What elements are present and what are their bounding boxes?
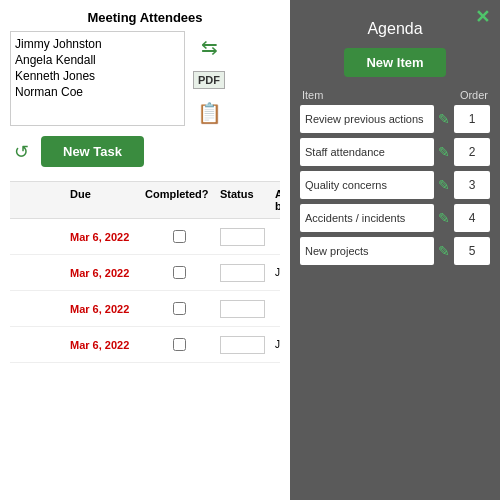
agenda-order-box[interactable]: 3	[454, 171, 490, 199]
cell-1	[12, 272, 67, 274]
edit-icon[interactable]: ✎	[437, 111, 451, 127]
cell-completed	[142, 265, 217, 280]
cell-completed	[142, 337, 217, 352]
cell-status	[217, 263, 272, 283]
agenda-table-header: Item Order	[300, 89, 490, 101]
right-panel: ✕ Agenda New Item Item Order Review prev…	[290, 0, 500, 500]
cell-completed	[142, 229, 217, 244]
agenda-item-text[interactable]: Quality concerns	[300, 171, 434, 199]
col-header-approved: Approved by	[272, 186, 280, 214]
table-row: Mar 6, 2022	[10, 291, 280, 327]
cell-due: Mar 6, 2022	[67, 302, 142, 316]
table-row: Mar 6, 2022 Jimmy Johnston	[10, 327, 280, 363]
attendee-item: Norman Coe	[15, 84, 180, 100]
cell-status	[217, 227, 272, 247]
agenda-order-box[interactable]: 2	[454, 138, 490, 166]
cell-due: Mar 6, 2022	[67, 230, 142, 244]
cell-1	[12, 236, 67, 238]
table-row: Mar 6, 2022	[10, 219, 280, 255]
agenda-order-box[interactable]: 4	[454, 204, 490, 232]
col-header-due: Due	[67, 186, 142, 214]
close-button[interactable]: ✕	[475, 6, 490, 28]
task-row: ↺ New Task	[10, 136, 280, 167]
pdf-icon[interactable]: PDF	[193, 71, 225, 89]
agenda-item-text[interactable]: Review previous actions	[300, 105, 434, 133]
col-header-1	[12, 186, 67, 214]
edit-icon[interactable]: ✎	[437, 210, 451, 226]
completed-checkbox[interactable]	[173, 266, 186, 279]
agenda-order-box[interactable]: 5	[454, 237, 490, 265]
table-header: Due Completed? Status Approved by	[10, 182, 280, 219]
agenda-order-box[interactable]: 1	[454, 105, 490, 133]
document-icon[interactable]: 📋	[197, 101, 222, 125]
col-order-header: Order	[460, 89, 488, 101]
agenda-item-text[interactable]: Accidents / incidents	[300, 204, 434, 232]
agenda-item-text[interactable]: Staff attendance	[300, 138, 434, 166]
edit-icon[interactable]: ✎	[437, 177, 451, 193]
cell-status	[217, 335, 272, 355]
edit-icon[interactable]: ✎	[437, 243, 451, 259]
cell-approved	[272, 236, 280, 238]
arrows-icon[interactable]: ⇆	[201, 35, 218, 59]
attendee-item: Jimmy Johnston	[15, 36, 180, 52]
cell-status	[217, 299, 272, 319]
attendees-icons: ⇆ PDF 📋	[193, 31, 225, 125]
attendees-list[interactable]: Jimmy Johnston Angela Kendall Kenneth Jo…	[10, 31, 185, 126]
completed-checkbox[interactable]	[173, 338, 186, 351]
cell-1	[12, 344, 67, 346]
col-header-status: Status	[217, 186, 272, 214]
agenda-item-row: Accidents / incidents ✎ 4	[300, 204, 490, 232]
meeting-attendees-title: Meeting Attendees	[10, 10, 280, 25]
attendees-row: Jimmy Johnston Angela Kendall Kenneth Jo…	[10, 31, 280, 126]
agenda-title: Agenda	[300, 20, 490, 38]
cell-due: Mar 6, 2022	[67, 266, 142, 280]
left-panel: Meeting Attendees Jimmy Johnston Angela …	[0, 0, 290, 500]
refresh-icon[interactable]: ↺	[14, 141, 29, 163]
new-item-button[interactable]: New Item	[344, 48, 445, 77]
completed-checkbox[interactable]	[173, 302, 186, 315]
new-task-button[interactable]: New Task	[41, 136, 144, 167]
task-table: Due Completed? Status Approved by Mar 6,…	[10, 181, 280, 363]
col-item-header: Item	[302, 89, 410, 101]
agenda-item-row: Quality concerns ✎ 3	[300, 171, 490, 199]
col-header-completed: Completed?	[142, 186, 217, 214]
agenda-item-row: Staff attendance ✎ 2	[300, 138, 490, 166]
cell-approved: Jimmy Johnston	[272, 338, 280, 351]
attendee-item: Kenneth Jones	[15, 68, 180, 84]
agenda-item-row: New projects ✎ 5	[300, 237, 490, 265]
attendee-item: Angela Kendall	[15, 52, 180, 68]
cell-completed	[142, 301, 217, 316]
cell-approved: Jimmy Johnston	[272, 266, 280, 279]
cell-approved	[272, 308, 280, 310]
table-row: Mar 6, 2022 Jimmy Johnston	[10, 255, 280, 291]
agenda-item-text[interactable]: New projects	[300, 237, 434, 265]
completed-checkbox[interactable]	[173, 230, 186, 243]
cell-due: Mar 6, 2022	[67, 338, 142, 352]
agenda-item-row: Review previous actions ✎ 1	[300, 105, 490, 133]
cell-1	[12, 308, 67, 310]
edit-icon[interactable]: ✎	[437, 144, 451, 160]
